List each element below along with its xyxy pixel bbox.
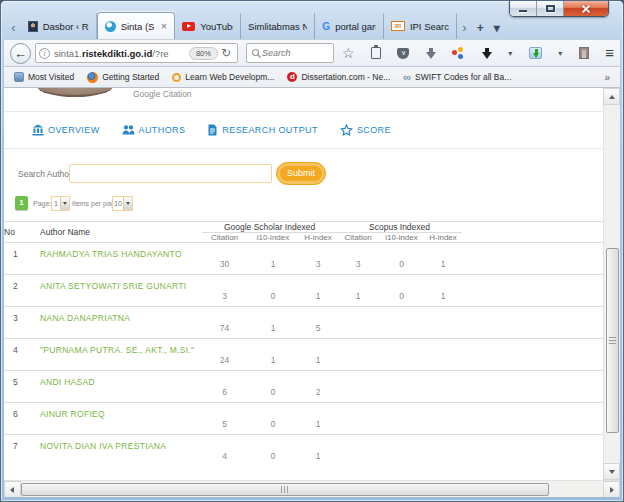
toolbar-icons: ☆ ∨ ▾ ▾ ≡ <box>342 45 614 61</box>
back-button[interactable]: ← <box>10 43 31 64</box>
author-name-link[interactable]: NOVITA DIAN IVA PRESTIANA <box>40 435 202 467</box>
idm-addon-icon[interactable] <box>529 47 542 59</box>
bookmark-dissertation[interactable]: d Dissertation.com - Ne... <box>287 72 390 82</box>
idm-caret-icon[interactable]: ▾ <box>558 49 562 58</box>
folder-icon <box>14 72 24 82</box>
page-viewport: Google Citation OVERVIEW AUTHORS <box>4 88 620 497</box>
ipi-favicon: IPI <box>391 21 405 31</box>
url-text: sinta1.ristekdikti.go.id/?re <box>54 48 189 59</box>
divider <box>4 148 603 149</box>
page-navigation: OVERVIEW AUTHORS RESEARCH OUTPUT <box>32 119 391 141</box>
table-row: 7 NOVITA DIAN IVA PRESTIANA 4 0 1 <box>4 435 603 467</box>
document-icon <box>207 124 218 136</box>
table-row: 2 ANITA SETYOWATI SRIE GUNARTI 3 0 1 1 0… <box>4 275 603 307</box>
submit-button[interactable]: Submit <box>276 162 326 185</box>
arrow-left-icon <box>10 487 14 493</box>
bookmark-most-visited[interactable]: Most Visited <box>14 72 74 82</box>
page-select[interactable]: 1 <box>51 196 70 211</box>
zoom-indicator[interactable]: 80% <box>189 47 218 60</box>
col-header-citation: Citation <box>202 233 247 243</box>
author-name-link[interactable]: "PURNAMA PUTRA. SE., AKT., M.SI." <box>40 339 202 371</box>
bookmarks-bar: Most Visited Getting Started Learn Web D… <box>4 67 620 88</box>
tab-youtube[interactable]: YouTube <box>175 13 241 39</box>
reload-icon[interactable]: ↻ <box>218 46 234 60</box>
minimize-button[interactable] <box>510 1 537 16</box>
clipboard-icon[interactable] <box>371 47 381 59</box>
scroll-tabs-right-button[interactable]: › <box>457 17 472 39</box>
pocket-icon[interactable]: ∨ <box>397 48 409 59</box>
close-icon <box>581 4 591 14</box>
ring-icon <box>172 73 181 82</box>
bookmarks-overflow-button[interactable]: » <box>604 72 610 83</box>
author-name-link[interactable]: ANITA SETYOWATI SRIE GUNARTI <box>40 275 202 307</box>
scroll-right-button[interactable] <box>603 481 620 497</box>
download-helper-caret-icon[interactable]: ▾ <box>508 49 512 58</box>
bookmark-star-icon[interactable]: ☆ <box>342 45 355 61</box>
tab-dasbor[interactable]: Dasbor ‹ Ra <box>21 13 97 39</box>
author-name-link[interactable]: NANA DANAPRIATNA <box>40 307 202 339</box>
nav-score[interactable]: SCORE <box>340 124 391 137</box>
tab-portal-garuda[interactable]: G portal garu <box>315 13 384 39</box>
nav-authors[interactable]: AUTHORS <box>122 124 186 136</box>
arrow-down-icon <box>609 470 615 474</box>
author-name-link[interactable]: ANDI HASAD <box>40 371 202 403</box>
search-input[interactable] <box>262 48 322 58</box>
search-author-input[interactable] <box>69 164 272 183</box>
chevron-down-icon[interactable] <box>60 197 69 210</box>
author-name-link[interactable]: AINUR ROFIEQ <box>40 403 202 435</box>
nav-research-output[interactable]: RESEARCH OUTPUT <box>207 124 318 136</box>
scroll-down-button[interactable] <box>603 463 620 480</box>
chevron-down-icon[interactable] <box>123 197 132 210</box>
list-all-tabs-button[interactable]: ▾ <box>488 17 505 39</box>
items-per-page-select[interactable]: 10 <box>112 196 133 211</box>
bookmark-getting-started[interactable]: Getting Started <box>87 72 159 83</box>
tab-strip: ‹ Dasbor ‹ Ra Sinta (Sc × YouTube Simlit… <box>6 12 505 39</box>
bookmark-swift-codes[interactable]: ∞ SWIFT Codes for all Ba... <box>403 72 511 82</box>
sinta-favicon <box>105 21 116 32</box>
search-bar[interactable] <box>246 43 334 63</box>
bank-icon <box>32 124 44 136</box>
nav-overview[interactable]: OVERVIEW <box>32 124 100 136</box>
close-button[interactable] <box>564 1 608 16</box>
download-helper-icon[interactable] <box>482 52 492 59</box>
url-bar[interactable]: i sinta1.ristekdikti.go.id/?re 80% ↻ <box>35 43 238 63</box>
author-name-link[interactable]: RAHMADYA TRIAS HANDAYANTO <box>40 243 202 275</box>
maximize-icon <box>546 5 555 12</box>
col-header-citation: Citation <box>337 233 379 243</box>
page-number-badge: 1 <box>15 196 28 210</box>
tab-close-icon[interactable]: × <box>159 20 167 32</box>
navigation-toolbar: ← i sinta1.ristekdikti.go.id/?re 80% ↻ ☆… <box>4 39 620 67</box>
scroll-tabs-left-button[interactable]: ‹ <box>6 17 21 39</box>
site-info-icon[interactable]: i <box>39 48 50 59</box>
col-group-scopus: Scopus Indexed <box>337 222 462 233</box>
tab-ipi-search[interactable]: IPI IPI Search <box>384 13 457 39</box>
scroll-up-button[interactable] <box>603 88 620 105</box>
table-row: 1 RAHMADYA TRIAS HANDAYANTO 30 1 3 3 0 1 <box>4 243 603 275</box>
tab-sinta-active[interactable]: Sinta (Sc × <box>97 12 176 39</box>
col-header-no: No <box>4 222 40 243</box>
tab-simlitabmas[interactable]: Simlitabmas N( <box>241 13 315 39</box>
page-content: Google Citation OVERVIEW AUTHORS <box>4 88 603 480</box>
colors-addon-icon[interactable] <box>452 47 465 60</box>
window-controls <box>509 1 609 17</box>
horizontal-scrollbar[interactable] <box>4 480 620 497</box>
maximize-button[interactable] <box>537 1 564 16</box>
arrow-up-icon <box>609 95 615 99</box>
star-score-icon <box>340 124 353 137</box>
horizontal-scroll-thumb[interactable] <box>21 483 549 496</box>
bookmark-learn-web[interactable]: Learn Web Developm... <box>172 72 274 82</box>
divider <box>4 111 603 112</box>
page-label: Page: <box>33 200 51 207</box>
menu-hamburger-icon[interactable]: ≡ <box>605 46 614 60</box>
extension-icon[interactable] <box>579 47 589 59</box>
sinta-logo-partial <box>37 88 113 97</box>
firefox-icon <box>87 72 98 83</box>
youtube-favicon <box>182 22 195 31</box>
avatar-favicon <box>28 21 38 32</box>
vertical-scroll-thumb[interactable] <box>606 248 619 433</box>
downloads-icon[interactable] <box>426 52 436 59</box>
new-tab-button[interactable]: + <box>472 17 489 39</box>
vertical-scrollbar[interactable] <box>603 88 620 480</box>
browser-window: ‹ Dasbor ‹ Ra Sinta (Sc × YouTube Simlit… <box>0 0 624 502</box>
scroll-left-button[interactable] <box>4 481 21 497</box>
